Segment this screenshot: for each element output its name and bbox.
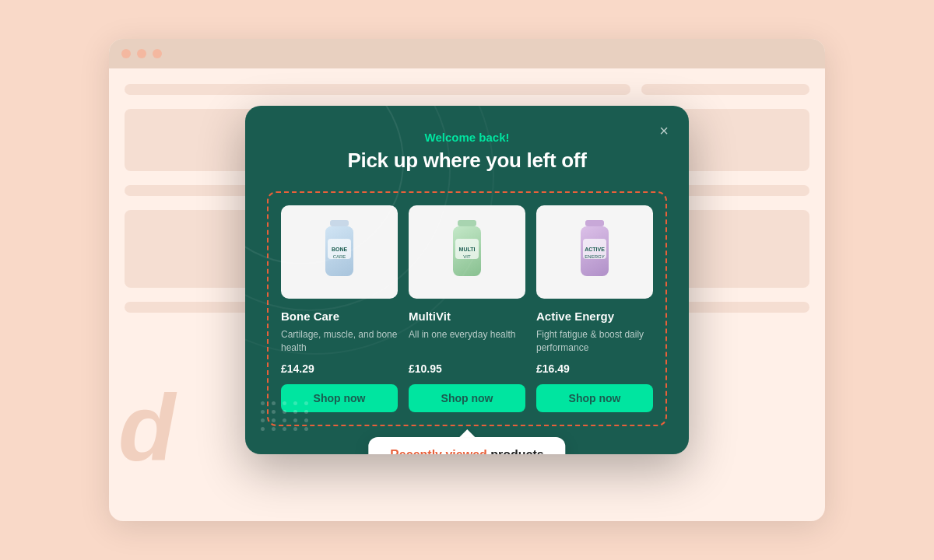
modal-close-button[interactable]: × [651,118,676,143]
svg-text:VIT: VIT [463,254,471,259]
svg-rect-11 [585,220,604,226]
product-price-active-energy: £16.49 [536,362,653,375]
svg-text:ENERGY: ENERGY [585,254,604,259]
tooltip-wrapper: Recently viewed products [368,429,565,454]
bottle-icon-active-energy: ACTIVE ENERGY [571,217,618,287]
shop-now-button-active-energy[interactable]: Shop now [536,384,653,412]
product-desc-multivit: All in one everyday health [409,328,525,355]
product-price-multivit: £10.95 [409,362,525,375]
tooltip-arrow [459,429,475,437]
product-name-active-energy: Active Energy [536,310,653,324]
tooltip-recently: Recently viewed [390,448,487,454]
product-name-multivit: MultiVit [409,310,525,324]
svg-text:ACTIVE: ACTIVE [585,247,605,252]
tooltip-products: products [487,448,544,454]
shop-now-button-multivit[interactable]: Shop now [409,384,525,412]
product-desc-active-energy: Fight fatigue & boost daily performance [536,328,653,355]
bottle-icon-multivit: MULTI VIT [444,217,490,287]
welcome-text: Welcome back! [267,131,667,144]
product-name-bone-care: Bone Care [281,310,398,324]
svg-text:MULTI: MULTI [459,247,476,252]
modal-overlay: × Welcome back! Pick up where you left o… [109,39,825,521]
product-image-active-energy: ACTIVE ENERGY [536,205,653,299]
product-image-multivit: MULTI VIT [409,205,525,299]
products-container: BONE CARE Bone Care Cartilage, muscle, a [267,191,667,426]
bottle-icon-bone-care: BONE CARE [316,217,363,287]
product-card-bone-care: BONE CARE Bone Care Cartilage, muscle, a [281,205,398,412]
product-price-bone-care: £14.29 [281,362,398,375]
svg-rect-0 [330,220,349,226]
tooltip-box: Recently viewed products [368,437,565,454]
product-card-active-energy: ACTIVE ENERGY Active Energy Fight fatigu [536,205,653,412]
close-icon: × [659,122,669,140]
browser-window: d × Welcome back! Pick up where you left… [109,39,825,521]
svg-text:CARE: CARE [333,254,346,259]
product-image-bone-care: BONE CARE [281,205,398,299]
modal-title: Pick up where you left off [267,149,667,173]
product-desc-bone-care: Cartilage, muscle, and bone health [281,328,398,355]
modal: × Welcome back! Pick up where you left o… [245,106,689,454]
svg-rect-6 [458,220,476,226]
svg-text:BONE: BONE [332,247,348,252]
modal-header: Welcome back! Pick up where you left off [267,131,667,173]
dots-grid [261,401,311,431]
product-card-multivit: MULTI VIT MultiVit All in one everyday h [409,205,525,412]
